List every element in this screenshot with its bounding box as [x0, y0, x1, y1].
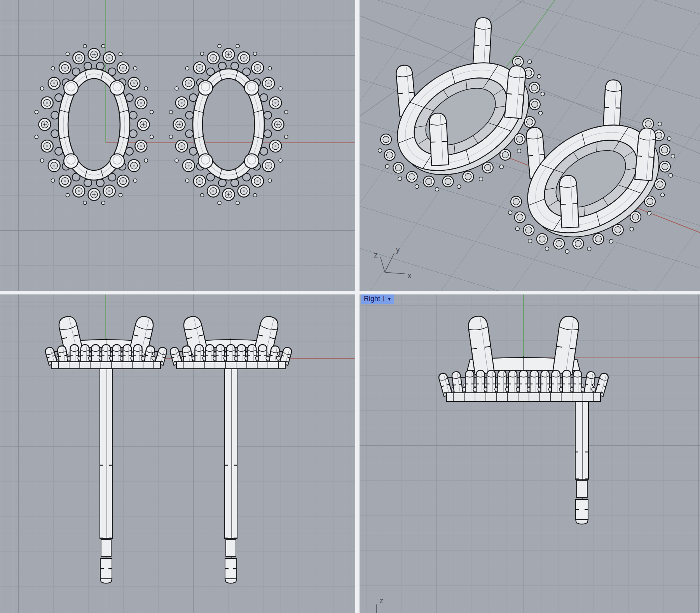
- chevron-down-icon[interactable]: ▼: [387, 295, 391, 303]
- right-view-axes: [524, 294, 700, 358]
- axis-tripod-icon: z y x: [374, 245, 412, 280]
- earring-halo-top-view[interactable]: [35, 44, 154, 205]
- viewport-title[interactable]: Right | ▼: [361, 294, 394, 304]
- earring-model-side-view[interactable]: [44, 315, 168, 583]
- z-axis-label: z: [379, 596, 383, 605]
- y-axis-label: y: [396, 245, 400, 254]
- viewport-top-view[interactable]: [0, 0, 355, 291]
- z-axis-glyph: z: [377, 596, 383, 613]
- viewport-perspective-view[interactable]: z y x: [360, 0, 700, 291]
- cad-four-view-canvas: z y x z Righ: [0, 0, 700, 613]
- viewport-front-view[interactable]: [0, 294, 355, 613]
- viewport-right-view[interactable]: z Right | ▼: [360, 294, 700, 613]
- label-separator: |: [383, 294, 384, 302]
- x-axis-label: x: [407, 271, 412, 280]
- viewport-title-text[interactable]: Right: [364, 295, 380, 303]
- earring-halo-top-view[interactable]: [169, 44, 288, 205]
- z-axis-label: z: [374, 250, 378, 259]
- earring-model-side-view[interactable]: [169, 315, 292, 583]
